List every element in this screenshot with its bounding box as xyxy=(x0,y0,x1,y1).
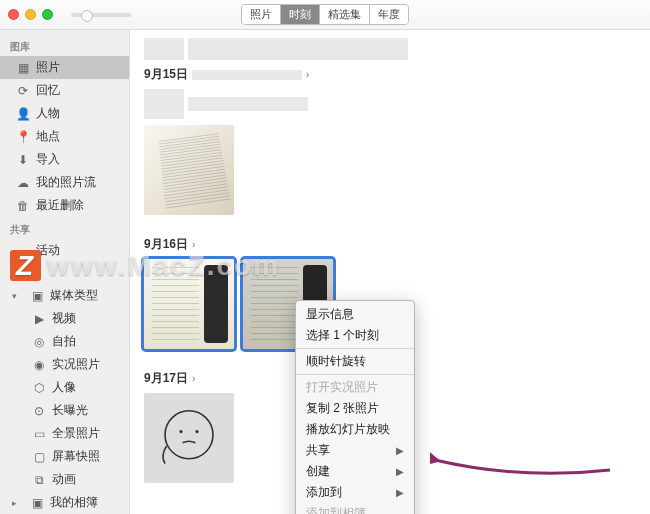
date-header[interactable]: 9月16日 › xyxy=(144,236,636,253)
disclosure-icon[interactable]: ▸ xyxy=(16,498,24,508)
chevron-right-icon: › xyxy=(192,239,195,250)
chevron-right-icon: › xyxy=(306,69,309,80)
import-icon: ⬇ xyxy=(16,153,30,167)
thumbnail-size-slider[interactable] xyxy=(71,13,131,17)
sidebar-item-trash[interactable]: 🗑最近删除 xyxy=(0,194,129,217)
menu-open-live: 打开实况照片 xyxy=(296,377,414,398)
trash-icon: 🗑 xyxy=(16,199,30,213)
photo-thumbnail[interactable] xyxy=(144,393,234,483)
window-controls xyxy=(8,9,53,20)
photo-thumbnail[interactable] xyxy=(144,125,234,215)
folder-icon: ▣ xyxy=(30,289,44,303)
redacted-row xyxy=(144,89,636,119)
svg-point-2 xyxy=(195,430,198,433)
section-library: 图库 xyxy=(0,34,129,56)
live-icon: ◉ xyxy=(32,358,46,372)
sidebar-item-mediatypes[interactable]: ▾▣媒体类型 xyxy=(0,284,129,307)
screenshot-icon: ▢ xyxy=(32,450,46,464)
minimize-window-button[interactable] xyxy=(25,9,36,20)
submenu-icon: ▶ xyxy=(396,445,404,456)
redacted-header xyxy=(144,38,636,60)
cloud-icon: ☁ xyxy=(16,176,30,190)
sidebar-item-portrait[interactable]: ⬡人像 xyxy=(0,376,129,399)
sidebar-item-pano[interactable]: ▭全景照片 xyxy=(0,422,129,445)
video-icon: ▶ xyxy=(32,312,46,326)
svg-point-0 xyxy=(165,411,213,459)
sidebar-item-longexp[interactable]: ⊙长曝光 xyxy=(0,399,129,422)
section-albums: 相簿 xyxy=(0,262,129,284)
sidebar-item-photos[interactable]: ▦照片 xyxy=(0,56,129,79)
menu-share[interactable]: 共享▶ xyxy=(296,440,414,461)
section-shared: 共享 xyxy=(0,217,129,239)
menu-create[interactable]: 创建▶ xyxy=(296,461,414,482)
menu-rotate-cw[interactable]: 顺时针旋转 xyxy=(296,351,414,372)
sidebar-item-people[interactable]: 👤人物 xyxy=(0,102,129,125)
sidebar-item-selfies[interactable]: ◎自拍 xyxy=(0,330,129,353)
titlebar: 照片 时刻 精选集 年度 xyxy=(0,0,650,30)
date-header[interactable]: 9月15日 › xyxy=(144,66,636,83)
view-tabs: 照片 时刻 精选集 年度 xyxy=(241,4,409,25)
tab-collections[interactable]: 精选集 xyxy=(320,5,370,24)
sidebar-item-anim[interactable]: ⧉动画 xyxy=(0,468,129,491)
menu-select-moment[interactable]: 选择 1 个时刻 xyxy=(296,325,414,346)
context-menu: 显示信息 选择 1 个时刻 顺时针旋转 打开实况照片 复制 2 张照片 播放幻灯… xyxy=(295,300,415,514)
menu-slideshow[interactable]: 播放幻灯片放映 xyxy=(296,419,414,440)
longexposure-icon: ⊙ xyxy=(32,404,46,418)
sidebar-item-videos[interactable]: ▶视频 xyxy=(0,307,129,330)
memories-icon: ⟳ xyxy=(16,84,30,98)
portrait-icon: ⬡ xyxy=(32,381,46,395)
sidebar-item-memories[interactable]: ⟳回忆 xyxy=(0,79,129,102)
photos-icon: ▦ xyxy=(16,61,30,75)
svg-point-1 xyxy=(179,430,182,433)
sidebar-item-myalbums[interactable]: ▸▣我的相簿 xyxy=(0,491,129,514)
disclosure-icon[interactable]: ▾ xyxy=(16,291,24,301)
tab-moments[interactable]: 时刻 xyxy=(281,5,320,24)
sidebar-item-import[interactable]: ⬇导入 xyxy=(0,148,129,171)
zoom-window-button[interactable] xyxy=(42,9,53,20)
anim-icon: ⧉ xyxy=(32,473,46,487)
photo-thumbnail-selected[interactable] xyxy=(144,259,234,349)
menu-get-info[interactable]: 显示信息 xyxy=(296,304,414,325)
menu-add-to[interactable]: 添加到▶ xyxy=(296,482,414,503)
submenu-icon: ▶ xyxy=(396,487,404,498)
menu-add-album: 添加到相簿 xyxy=(296,503,414,514)
selfie-icon: ◎ xyxy=(32,335,46,349)
submenu-icon: ▶ xyxy=(396,466,404,477)
pin-icon: 📍 xyxy=(16,130,30,144)
sidebar-item-activity[interactable]: ☁活动 xyxy=(0,239,129,262)
sidebar-item-places[interactable]: 📍地点 xyxy=(0,125,129,148)
sidebar-item-live[interactable]: ◉实况照片 xyxy=(0,353,129,376)
person-icon: 👤 xyxy=(16,107,30,121)
close-window-button[interactable] xyxy=(8,9,19,20)
menu-duplicate[interactable]: 复制 2 张照片 xyxy=(296,398,414,419)
sidebar: 图库 ▦照片 ⟳回忆 👤人物 📍地点 ⬇导入 ☁我的照片流 🗑最近删除 共享 ☁… xyxy=(0,30,130,514)
tab-photos[interactable]: 照片 xyxy=(242,5,281,24)
panorama-icon: ▭ xyxy=(32,427,46,441)
cloud-icon: ☁ xyxy=(16,244,30,258)
chevron-right-icon: › xyxy=(192,373,195,384)
sidebar-item-photostream[interactable]: ☁我的照片流 xyxy=(0,171,129,194)
tab-years[interactable]: 年度 xyxy=(370,5,408,24)
sidebar-item-screenshots[interactable]: ▢屏幕快照 xyxy=(0,445,129,468)
folder-icon: ▣ xyxy=(30,496,44,510)
